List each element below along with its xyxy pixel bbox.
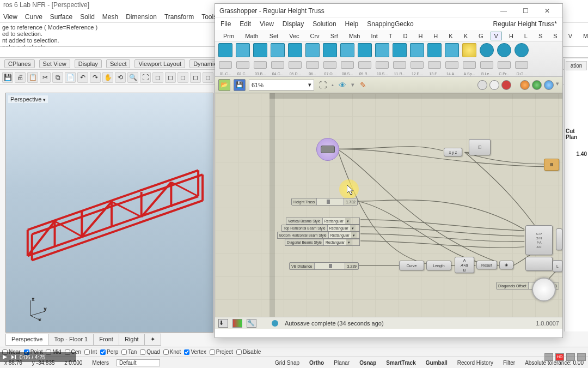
viewport-canvas[interactable]: z y x [6, 93, 213, 332]
hd-icon[interactable]: HD [555, 353, 564, 361]
gh-tab[interactable]: H [430, 32, 442, 40]
menu-transform[interactable]: Transform [164, 13, 194, 21]
gh-menu-snapgecko[interactable]: SnappingGecko [367, 20, 413, 28]
ribbon-group[interactable]: 04.C... [270, 43, 286, 76]
osnap-tan[interactable]: Tan [121, 349, 137, 355]
gh-tab[interactable]: Vec [285, 32, 303, 40]
fullscreen-icon[interactable] [577, 353, 586, 361]
xyz-component[interactable]: x y z [444, 148, 462, 156]
cut-icon[interactable]: ✂ [40, 72, 51, 83]
ribbon-sub-icon[interactable] [254, 61, 267, 69]
ribbon-sub-icon[interactable] [428, 61, 441, 69]
vb-distance-slider[interactable]: VB Distance 3.239 [289, 262, 359, 270]
ribbon-sub-icon[interactable] [219, 61, 232, 69]
play-icon[interactable] [2, 354, 8, 360]
gh-tab[interactable]: L [520, 32, 531, 40]
gh-titlebar[interactable]: Grasshopper - Regular Height Truss — ☐ ✕ [215, 4, 562, 18]
gh-tab[interactable]: D [399, 32, 411, 40]
gh-tab[interactable]: Math [241, 32, 262, 40]
gh-menu-edit[interactable]: Edit [240, 20, 251, 28]
gh-tab[interactable]: Set [266, 32, 283, 40]
expression-component[interactable]: AA×BB [455, 257, 474, 273]
ribbon-group[interactable]: 12.E... [409, 43, 425, 76]
menu-view[interactable]: View [3, 13, 17, 21]
result-component[interactable]: Result [476, 261, 497, 269]
pip-icon[interactable] [566, 353, 575, 361]
next-icon[interactable] [11, 354, 16, 360]
clipboard-icon[interactable]: 📋 [27, 72, 38, 83]
copy-icon[interactable]: ⧉ [52, 72, 63, 83]
osnap-disable[interactable]: Disable [236, 349, 261, 355]
ribbon-group[interactable]: 07.O... [322, 43, 338, 76]
close-button[interactable]: ✕ [536, 5, 558, 17]
ribbon-icon[interactable] [375, 43, 389, 57]
tab-top[interactable]: Top - Floor 1 [48, 334, 93, 346]
osnap-bar[interactable]: Near Point Mid Cen Int Perp Tan Quad Kno… [0, 347, 588, 357]
ribbon-sub-icon[interactable] [445, 61, 458, 69]
ribbon-group[interactable]: 06... [304, 43, 321, 76]
tab-select[interactable]: Select [106, 59, 131, 68]
zoom-extents-icon[interactable]: ⛶ [140, 72, 151, 83]
print-icon[interactable]: 🖨 [15, 72, 26, 83]
gh-tab[interactable]: H [505, 32, 517, 40]
ribbon-sub-icon[interactable] [515, 61, 528, 69]
tool-icon[interactable]: ◻ [152, 72, 163, 83]
relay-node-2[interactable]: L [553, 260, 562, 272]
ribbon-sub-icon[interactable] [376, 61, 389, 69]
ribbon-group[interactable]: 02.C... [235, 43, 251, 76]
gh-tab[interactable]: Srf [327, 32, 342, 40]
sketch-icon[interactable]: ✎ [358, 80, 369, 91]
tab-add[interactable]: ✦ [144, 334, 161, 346]
ribbon-group[interactable]: 10.S... [374, 43, 390, 76]
tool-icon[interactable]: ◻ [190, 72, 201, 83]
menu-solid[interactable]: Solid [80, 13, 95, 21]
gh-status-icon[interactable]: ⬇ [218, 319, 228, 328]
shade-icon[interactable] [477, 80, 487, 90]
redo-icon[interactable]: ↷ [90, 72, 101, 83]
ribbon-sub-icon[interactable] [341, 61, 354, 69]
compass-icon[interactable] [532, 277, 556, 301]
tab-front[interactable]: Front [93, 334, 119, 346]
status-smarttrack[interactable]: SmartTrack [384, 360, 418, 366]
gh-tab[interactable]: Prm [219, 32, 238, 40]
ribbon-group[interactable]: 14.A... [444, 43, 460, 76]
gh-tab[interactable]: V [565, 32, 576, 40]
perspective-viewport[interactable]: Perspective [5, 93, 213, 333]
ribbon-icon[interactable] [445, 43, 459, 57]
status-planar[interactable]: Planar [332, 360, 352, 366]
gh-menu-display[interactable]: Display [283, 20, 304, 28]
ribbon-group[interactable]: 11.R... [391, 43, 408, 76]
ribbon-icon[interactable] [288, 43, 302, 57]
right-tab[interactable]: ation [566, 61, 587, 70]
beam-cluster[interactable]: C PS NP AA F [525, 225, 553, 255]
status-ortho[interactable]: Ortho [307, 360, 326, 366]
gh-tab[interactable]: M [579, 32, 588, 40]
ribbon-group[interactable]: B.Le... [479, 43, 495, 76]
gh-menu-help[interactable]: Help [345, 20, 359, 28]
cluster-component[interactable]: ◫ [469, 139, 491, 155]
tool-icon[interactable]: ◻ [165, 72, 176, 83]
menu-mesh[interactable]: Mesh [102, 13, 118, 21]
gh-tab[interactable]: Crv [307, 32, 323, 40]
relay-component[interactable]: ◉ [499, 261, 513, 269]
ribbon-icon[interactable] [514, 43, 529, 57]
ribbon-sub-icon[interactable] [463, 61, 476, 69]
gh-menu-solution[interactable]: Solution [313, 20, 336, 28]
gh-canvas-toolbar[interactable]: 📂 💾 61%▾ ⛶ • 👁 ▾ ✎ ▾ [215, 77, 562, 93]
gh-tab[interactable]: K [445, 32, 456, 40]
gh-component-tabs[interactable]: Prm Math Set Vec Crv Srf Msh Int T D H H… [215, 30, 562, 42]
save-icon[interactable]: 💾 [234, 79, 246, 91]
osnap-perp[interactable]: Perp [100, 349, 118, 355]
video-controls[interactable]: 0:06 / 4:25 [0, 352, 76, 362]
gh-menu-file[interactable]: File [220, 20, 231, 28]
zoom-extents-icon[interactable]: ⛶ [317, 80, 328, 91]
ribbon-icon[interactable] [236, 43, 250, 57]
ribbon-icon[interactable] [480, 43, 494, 57]
curve-param-node[interactable] [316, 138, 339, 161]
ribbon-sub-icon[interactable] [323, 61, 336, 69]
ribbon-sub-icon[interactable] [393, 61, 406, 69]
beam-cluster-2[interactable] [525, 257, 553, 271]
gh-tab[interactable]: S [535, 32, 546, 40]
preview-off-icon[interactable] [501, 80, 511, 90]
ribbon-group[interactable]: 13.F... [426, 43, 443, 76]
